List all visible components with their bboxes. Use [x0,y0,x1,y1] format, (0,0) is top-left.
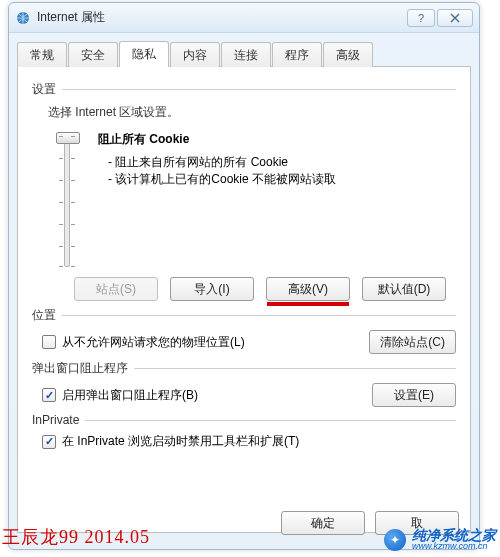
inprivate-row: 在 InPrivate 浏览启动时禁用工具栏和扩展(T) [42,433,456,450]
popup-checkbox[interactable] [42,388,56,402]
popup-checkbox-label: 启用弹出窗口阻止程序(B) [62,387,198,404]
inprivate-checkbox[interactable] [42,435,56,449]
globe-icon [15,10,31,26]
slider-track[interactable] [64,135,70,267]
default-button[interactable]: 默认值(D) [362,277,446,301]
privacy-bullet-1: - 阻止来自所有网站的所有 Cookie [108,154,456,171]
location-row: 从不允许网站请求您的物理位置(L) 清除站点(C) [42,330,456,354]
window-buttons: ? [407,9,473,27]
tabs-strip: 常规 安全 隐私 内容 连接 程序 高级 [17,39,471,67]
tab-security[interactable]: 安全 [68,42,118,67]
settings-label: 设置 [32,81,56,98]
window-title: Internet 属性 [37,9,407,26]
slider-description: 阻止所有 Cookie - 阻止来自所有网站的所有 Cookie - 该计算机上… [98,127,456,188]
ok-button[interactable]: 确定 [281,511,365,535]
close-button[interactable] [437,9,473,27]
advanced-button[interactable]: 高级(V) [266,277,350,301]
watermark-right: ✦ 纯净系统之家 www.kzmw.com.cn [384,528,496,551]
divider [134,368,456,369]
choose-zone-text: 选择 Internet 区域设置。 [48,104,456,121]
privacy-slider[interactable] [48,127,86,267]
privacy-level-title: 阻止所有 Cookie [98,131,456,148]
tab-programs[interactable]: 程序 [272,42,322,67]
popup-row: 启用弹出窗口阻止程序(B) 设置(E) [42,383,456,407]
tab-general[interactable]: 常规 [17,42,67,67]
location-label: 位置 [32,307,56,324]
location-header: 位置 [32,307,456,324]
location-checkbox[interactable] [42,335,56,349]
watermark-right-text: 纯净系统之家 [412,528,496,542]
import-button[interactable]: 导入(I) [170,277,254,301]
settings-buttons-row: 站点(S) 导入(I) 高级(V) 默认值(D) [74,277,456,301]
tab-advanced[interactable]: 高级 [323,42,373,67]
divider [62,89,456,90]
titlebar[interactable]: Internet 属性 ? [9,3,479,33]
tab-content[interactable]: 内容 [170,42,220,67]
settings-header: 设置 [32,81,456,98]
privacy-bullet-2: - 该计算机上已有的Cookie 不能被网站读取 [108,171,456,188]
clear-sites-button[interactable]: 清除站点(C) [369,330,456,354]
popup-header: 弹出窗口阻止程序 [32,360,456,377]
popup-label: 弹出窗口阻止程序 [32,360,128,377]
tab-connections[interactable]: 连接 [221,42,271,67]
internet-properties-window: Internet 属性 ? 常规 安全 隐私 内容 连接 程序 高级 设置 选择… [8,2,480,550]
divider [85,420,456,421]
sites-button: 站点(S) [74,277,158,301]
help-button[interactable]: ? [407,9,435,27]
divider [62,315,456,316]
inprivate-label: InPrivate [32,413,79,427]
inprivate-header: InPrivate [32,413,456,427]
inprivate-checkbox-label: 在 InPrivate 浏览启动时禁用工具栏和扩展(T) [62,433,299,450]
watermark-logo-icon: ✦ [384,529,406,551]
tab-privacy[interactable]: 隐私 [119,41,169,67]
location-checkbox-label: 从不允许网站请求您的物理位置(L) [62,334,245,351]
popup-settings-button[interactable]: 设置(E) [372,383,456,407]
watermark-left: 王辰龙99 2014.05 [2,525,150,549]
privacy-panel: 设置 选择 Internet 区域设置。 阻止所有 Cookie - [17,67,471,533]
slider-thumb[interactable] [56,132,80,144]
watermark-right-sub: www.kzmw.com.cn [412,542,496,551]
